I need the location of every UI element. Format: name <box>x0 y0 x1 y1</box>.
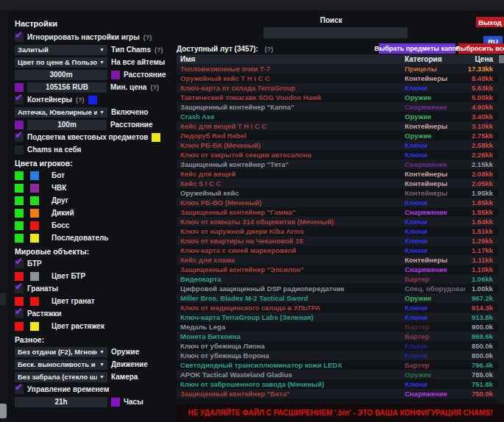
loot-table-row[interactable]: Тактический томагавк SOG Voodoo Hawk Ору… <box>177 93 498 102</box>
help-hint[interactable]: (?) <box>150 84 159 91</box>
loot-table-row[interactable]: Ключ от закрытой секции автосалона Ключи… <box>177 150 498 160</box>
loot-table-row[interactable]: Ключ от комнаты 314 общежития (Меченый) … <box>177 217 498 226</box>
hidden-color-swatch[interactable] <box>30 209 39 218</box>
loot-table-row[interactable]: Оружейный кейс Контейнеры 1.95kk <box>177 188 498 198</box>
color-swatch[interactable] <box>15 297 24 306</box>
ignore-game-settings-row: ✔ Игнорировать настройки игры (?) <box>9 31 174 43</box>
player-type-label: Бот <box>52 171 65 179</box>
loot-table-row[interactable]: Медаль Lega Бартер 900.0k <box>177 322 498 332</box>
containers-filter-dropdown[interactable]: Аптечка, Ювелирные и... ▼ <box>15 107 107 118</box>
visible-color-swatch[interactable] <box>15 234 24 243</box>
containers-checkbox[interactable]: ✔ <box>15 96 24 104</box>
loot-table-row[interactable]: Ключ-карта TerraGroup Labs (Зеленая) Клю… <box>177 312 498 322</box>
select-kappa-items-button[interactable]: Выбрать предметы каппа <box>379 43 455 54</box>
min-price-color-swatch[interactable] <box>15 83 24 92</box>
help-hint[interactable]: (?) <box>76 96 85 104</box>
loot-table-row[interactable]: Miller Bros. Blades M-2 Tactical Sword О… <box>177 293 498 303</box>
visible-color-swatch[interactable] <box>15 221 24 230</box>
color-swatch[interactable] <box>30 272 39 281</box>
ignore-game-settings-checkbox[interactable]: ✔ <box>15 33 24 42</box>
loot-table-row[interactable]: Ключ-карта с синей маркировкой Ключи 1.1… <box>177 246 498 255</box>
loot-table-row[interactable]: Ключ РБ-ВО (Меченый) Ключи 1.85kk <box>177 198 498 207</box>
world-object-checkbox[interactable]: ✔ <box>15 310 24 318</box>
search-input[interactable] <box>263 27 408 38</box>
loot-table-row[interactable]: Цифровой защищенный DSP радиопередатчик … <box>177 284 498 293</box>
time-control-checkbox[interactable]: ✔ <box>15 385 24 394</box>
all-items-color-dropdown[interactable]: Цвет по цене & Пользователь ▼ <box>15 57 107 68</box>
distance-color-swatch[interactable] <box>111 71 120 79</box>
exit-button[interactable]: Выход <box>476 17 504 27</box>
visible-color-swatch[interactable] <box>15 184 24 193</box>
misc-dropdown[interactable]: Беск. выносливость и нет уста ▼ <box>15 360 107 370</box>
visible-color-swatch[interactable] <box>15 209 24 218</box>
loot-table-row[interactable]: Светодиодный трансиллюминатор кожи LEDX … <box>177 360 498 370</box>
distance-input[interactable]: 3000m <box>15 70 107 80</box>
table-scrollbar-track[interactable] <box>498 54 504 408</box>
loot-table-row[interactable]: Защищенный контейнер "Эпсилон" Снаряжени… <box>177 265 498 274</box>
hidden-color-swatch[interactable] <box>30 221 39 230</box>
loot-table-row[interactable]: Ключ от убежища Ворона Ключи 800.0k <box>177 351 498 360</box>
loot-table-row[interactable]: Монета Биткоина Бартер 869.6k <box>177 332 498 341</box>
quest-highlight-checkbox[interactable]: ✔ <box>15 133 24 142</box>
containers-color-swatch[interactable] <box>88 96 97 104</box>
loot-table-row[interactable]: Ледоруб Red Rebel Оружие 2.75kk <box>177 131 498 140</box>
quest-highlight-color-swatch[interactable] <box>152 133 160 142</box>
loot-table-row[interactable]: Видеокарта Бартер 1.06kk <box>177 274 498 284</box>
loot-table-row[interactable]: Защищенный контейнер "Бета" Снаряжение 7… <box>177 389 498 398</box>
loot-table-row[interactable]: Кейс для вещей Контейнеры 2.08kk <box>177 169 498 179</box>
loot-table-row[interactable]: Ключ от наружной двери Kiba Arms Ключи 1… <box>177 226 498 236</box>
loot-table-row[interactable]: Ключ РБ-БК (Меченый) Ключи 2.58kk <box>177 140 498 150</box>
loot-table-row[interactable]: APOK Tactical Wasteland Gladius Оружие 7… <box>177 370 498 379</box>
color-swatch[interactable] <box>30 297 39 306</box>
hidden-color-swatch[interactable] <box>30 184 39 193</box>
containers-distance-input[interactable]: 100m <box>27 120 107 130</box>
chams-type-dropdown[interactable]: Залитый ▼ <box>15 45 107 55</box>
loot-table-row[interactable]: Crash Axe Оружие 3.40kk <box>177 112 498 121</box>
loot-table-row[interactable]: Защищенный контейнер "Тета" Снаряжение 2… <box>177 160 498 169</box>
column-header-price[interactable]: Цена <box>465 55 498 63</box>
table-scrollbar-thumb[interactable] <box>499 55 504 63</box>
drop-all-button[interactable]: Выбросить все <box>458 43 504 54</box>
loot-table-row[interactable]: Кейс S I C C Контейнеры 2.05kk <box>177 179 498 188</box>
loot-table-row[interactable]: Защищенный контейнер "Гамма" Снаряжение … <box>177 207 498 217</box>
item-price: 2.05kk <box>465 179 498 187</box>
loot-table-row[interactable]: Тепловизионные очки Т-7 Прицелы 17.33kk <box>177 64 498 74</box>
visible-color-swatch[interactable] <box>15 171 24 180</box>
loot-table-row[interactable]: Ключ от убежища Лиона Ключи 850.0k <box>177 341 498 351</box>
hours-input[interactable]: 21h <box>15 397 107 407</box>
color-swatch[interactable] <box>30 322 39 331</box>
hidden-color-swatch[interactable] <box>30 196 39 205</box>
player-color-row: Последователь <box>9 232 174 244</box>
misc-dropdown[interactable]: Без отдачи (F2), Мгновенное п ▼ <box>15 347 107 357</box>
loot-table-row[interactable]: Кейс для хлама Контейнеры 1.11kk <box>177 255 498 265</box>
loot-table-row[interactable]: Оружейный кейс T H I C C Контейнеры 8.48… <box>177 74 498 83</box>
color-swatch[interactable] <box>15 322 24 331</box>
min-price-input[interactable]: 105156 RUB <box>27 82 107 93</box>
loot-table-row[interactable]: Ключ от квартиры на Чекановой 15 Ключи 1… <box>177 236 498 246</box>
player-color-row: ЧВК <box>9 182 174 194</box>
loot-table-row[interactable]: Ключ от заброшенного завода (Меченый) Кл… <box>177 379 498 389</box>
loot-table-row[interactable]: Кейс для вещей T H I C C Контейнеры 3.10… <box>177 121 498 131</box>
world-object-toggle-row: ✔ Растяжки <box>9 307 174 320</box>
hours-color-swatch[interactable] <box>111 398 120 407</box>
containers-distance-color-swatch[interactable] <box>15 121 24 129</box>
help-hint[interactable]: (?) <box>155 46 163 54</box>
column-header-name[interactable]: Имя <box>177 55 405 63</box>
hidden-color-swatch[interactable] <box>30 234 39 243</box>
color-swatch[interactable] <box>15 272 24 281</box>
loot-table-row[interactable]: Ключ-карта от склада TerraGroup Ключи 5.… <box>177 83 498 93</box>
item-name: Ключ-карта TerraGroup Labs (Зеленая) <box>177 313 405 321</box>
column-header-category[interactable]: Категория <box>405 55 465 63</box>
loot-table-row[interactable]: Ключ от медицинского склада в УЛЬТРА Клю… <box>177 303 498 312</box>
help-hint[interactable]: (?) <box>265 46 274 53</box>
world-object-checkbox[interactable]: ✔ <box>15 285 24 293</box>
item-name: Ключ от закрытой секции автосалона <box>177 151 405 159</box>
misc-dropdown[interactable]: Без забрала (стекло шлема) ▼ <box>15 372 107 382</box>
self-chams-checkbox[interactable] <box>15 146 24 154</box>
world-object-checkbox[interactable]: ✔ <box>15 260 24 268</box>
hidden-color-swatch[interactable] <box>30 171 39 180</box>
loot-table-row[interactable]: Защищенный контейнер "Каппа" Снаряжение … <box>177 102 498 112</box>
visible-color-swatch[interactable] <box>15 196 24 205</box>
item-category: Ключи <box>405 199 465 207</box>
help-hint[interactable]: (?) <box>143 34 152 41</box>
